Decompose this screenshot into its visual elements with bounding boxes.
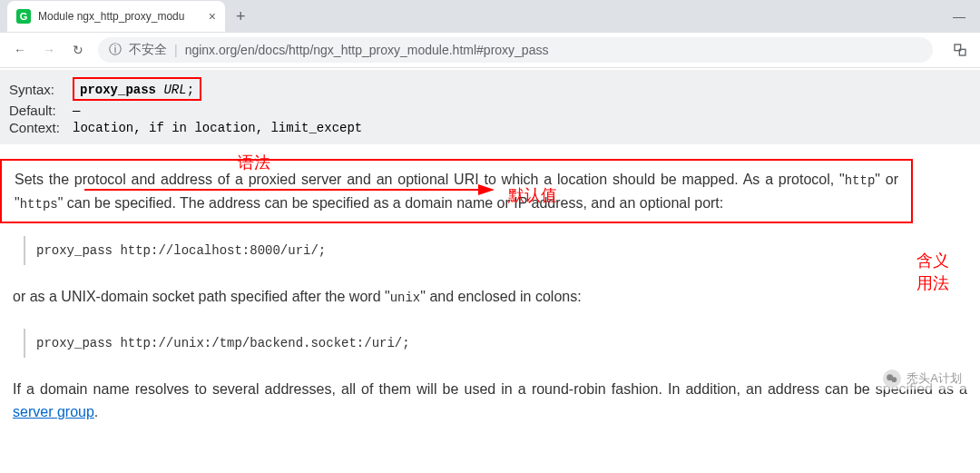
favicon-icon: G <box>16 9 31 24</box>
default-label: Default: <box>9 103 73 118</box>
round-robin-paragraph: If a domain name resolves to several add… <box>0 370 980 431</box>
syntax-command: proxy_pass URL; <box>80 83 194 97</box>
browser-chrome: G Module ngx_http_proxy_modu × + — ← → ↻… <box>0 0 980 68</box>
minimize-button[interactable]: — <box>938 0 980 33</box>
watermark-text: 秃头A计划 <box>906 370 962 387</box>
annotation-meaning: 含义用法 <box>916 250 953 295</box>
address-bar[interactable]: ⓘ 不安全 | nginx.org/en/docs/http/ngx_http_… <box>98 37 933 63</box>
close-icon[interactable]: × <box>209 9 216 24</box>
reload-button[interactable]: ↻ <box>65 37 91 63</box>
nav-bar: ← → ↻ ⓘ 不安全 | nginx.org/en/docs/http/ngx… <box>0 33 980 67</box>
directive-box: Syntax: proxy_pass URL; Default: — Conte… <box>0 70 980 144</box>
server-group-link[interactable]: server group <box>13 404 94 419</box>
syntax-label: Syntax: <box>9 82 73 97</box>
default-value: — <box>73 103 80 118</box>
tab-bar: G Module ngx_http_proxy_modu × + — <box>0 0 980 33</box>
page-content: Syntax: proxy_pass URL; Default: — Conte… <box>0 70 980 431</box>
watermark: 秃头A计划 <box>877 368 967 389</box>
unix-socket-paragraph: or as a UNIX-domain socket path specifie… <box>0 278 980 316</box>
tab-title: Module ngx_http_proxy_modu <box>38 10 201 23</box>
back-button[interactable]: ← <box>7 37 33 63</box>
separator: | <box>174 43 178 57</box>
context-label: Context: <box>9 120 73 135</box>
info-icon[interactable]: ⓘ <box>109 42 122 58</box>
context-value: location, if in location, limit_except <box>73 121 362 135</box>
forward-button[interactable]: → <box>36 37 62 63</box>
code-example-1: proxy_pass http://localhost:8000/uri/; <box>24 236 980 265</box>
annotation-default: 默认值 <box>508 184 557 206</box>
translate-icon[interactable] <box>947 37 973 63</box>
insecure-label: 不安全 <box>129 42 167 58</box>
url-text: nginx.org/en/docs/http/ngx_http_proxy_mo… <box>185 43 549 57</box>
wechat-icon <box>883 370 901 388</box>
description-paragraph: Sets the protocol and address of a proxi… <box>0 159 913 223</box>
new-tab-button[interactable]: + <box>236 7 246 26</box>
svg-point-4 <box>892 377 897 382</box>
code-example-2: proxy_pass http://unix:/tmp/backend.sock… <box>24 329 980 358</box>
annotation-syntax: 语法 <box>238 152 270 173</box>
browser-tab[interactable]: G Module ngx_http_proxy_modu × <box>7 1 225 32</box>
window-controls: — <box>938 0 980 33</box>
